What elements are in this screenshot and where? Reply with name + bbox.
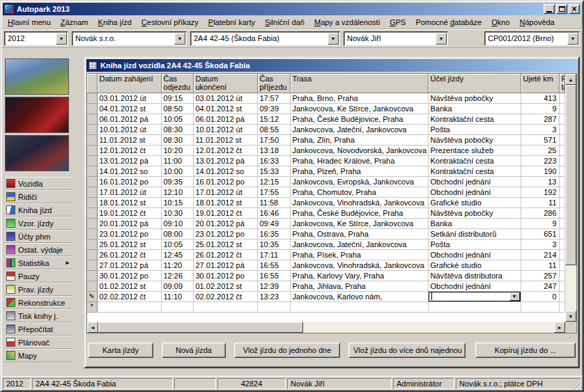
sidebar-item-planovac[interactable]: Plánovač [5,336,72,349]
dropdown-arrow-icon[interactable]: ▼ [436,33,447,45]
column-header[interactable]: Datum zahájení [97,74,161,93]
table-row[interactable]: 26.01.2012 čt12:4526.01.2012 čt17:11Prah… [87,249,565,260]
status-panel: Novák s.r.o.; plátce DPH [456,378,581,389]
button-vloz-jizdu-do-jednoho-dne[interactable]: Vlož jízdu do jednoho dne [234,343,340,358]
sidebar-item-mapy[interactable]: Mapy [5,349,72,362]
table-row[interactable]: 16.01.2012 po09:3516.01.2012 po12:15Jank… [87,176,565,187]
sidebar-item-pauzy[interactable]: Pauzy [5,269,72,283]
table-row[interactable]: 18.01.2012 st10:1518.01.2012 st11:58Jank… [87,197,565,207]
column-header[interactable]: Po tac [559,74,565,93]
menu-item-platebni-karty[interactable]: Platební karty [203,16,260,29]
table-row[interactable]: 04.01.2012 st08:5004.01.2012 st09:39Jank… [87,103,565,113]
table-row[interactable]: 17.01.2012 út12:1017.01.2012 út17:55Prah… [87,187,565,197]
dropdown-arrow-icon[interactable]: ▼ [56,33,67,45]
column-header[interactable]: Datum ukončení [193,74,257,93]
dropdown-arrow-icon[interactable]: ▼ [174,33,185,45]
rebuild-icon [6,298,15,307]
window-controls: × [542,4,580,14]
table-row[interactable]: 13.01.2012 pá11:0013.01.2012 pá16:33Prah… [87,155,565,166]
vertical-scroll-thumb[interactable] [565,85,576,265]
dropdown-arrow-icon[interactable]: ▼ [567,33,578,45]
sidebar-item-label: Statistika [18,259,62,267]
sidebar-item-prepocitat[interactable]: Přepočítat [5,322,72,336]
trip-log-title-bar[interactable]: Kniha jízd vozidla 2A4 42-45 Škoda Fabia [86,59,577,72]
sidebar-item-ucty-phm[interactable]: Účty phm [5,230,72,243]
table-row[interactable]: 10.01.2012 út08:3010.01.2012 út08:55Jank… [87,124,565,134]
sidebar-item-kniha-jizd[interactable]: Kniha jízd [5,203,72,217]
maximize-button[interactable] [556,4,567,14]
menu-item-napoveda[interactable]: Nápověda [515,16,560,29]
table-row[interactable]: * [87,301,565,312]
menu-item-pomocne-databaze[interactable]: Pomocné databáze [410,16,486,29]
button-vloz-jizdu-do-vice-dnu-najednou[interactable]: Vlož jízdu do více dnů najednou [348,343,466,358]
column-header[interactable]: Čas odjezdu [161,74,193,93]
dropdown-arrow-icon[interactable]: ▼ [509,292,520,301]
button-karta-jizdy[interactable]: Karta jízdy [88,343,153,358]
sidebar-item-statistika[interactable]: Statistika► [5,256,72,269]
sidebar-item-vzor-jizdy[interactable]: Vzor. jízdy [5,217,72,230]
sidebar-item-ostat-vydaje[interactable]: Ostat. výdaje [5,243,72,256]
table-row[interactable]: 01.02.2012 st09:0901.02.2012 st12:39Prah… [87,281,565,291]
table-row[interactable]: 12.01.2012 čt10:2012.01.2012 čt13:18Jank… [87,145,565,155]
horizontal-scroll-track[interactable] [98,322,554,333]
minimize-button[interactable] [544,4,555,14]
table-row[interactable]: 30.01.2012 po12:2630.01.2012 po16:55Prah… [87,270,565,281]
row-indicator: * [87,301,97,312]
sidebar-item-ridici[interactable]: Řidiči [5,190,72,203]
close-icon: × [571,5,576,13]
table-row[interactable]: 20.01.2012 pá09:1020.01.2012 pá09:49Jank… [87,218,565,228]
menu-item-zaznam[interactable]: Záznam [56,16,93,29]
scroll-left-icon[interactable]: ◄ [87,322,98,333]
column-header[interactable]: Čas příjezdu [257,74,290,93]
sidebar-item-prav-jizdy[interactable]: Prav. jízdy [5,283,72,296]
vertical-scrollbar[interactable]: ▲ ▼ [565,74,576,322]
row-indicator [87,145,97,155]
vertical-scroll-track[interactable] [565,85,576,311]
chart-icon [6,258,15,267]
table-row[interactable]: 19.01.2012 čt10:3019.01.2012 čt16:46Prah… [87,207,565,218]
scroll-right-icon[interactable]: ► [554,322,565,333]
column-header[interactable]: Trasa [290,74,428,93]
toolbar-combo-vehicle[interactable]: 2A4 42-45 (Škoda Fabia)▼ [190,31,340,46]
menu-item-kniha-jizd[interactable]: Kniha jízd [93,16,137,29]
table-row[interactable]: 14.01.2012 so10:0014.01.2012 so15:33Prah… [87,166,565,176]
sidebar-item-label: Kniha jízd [18,206,70,214]
menu-item-gps[interactable]: GPS [385,16,410,29]
toolbar-combo-driver[interactable]: Novák Jiří▼ [344,31,448,46]
table-row[interactable]: 11.01.2012 st08:3011.01.2012 st17:50Prah… [87,134,565,145]
menu-item-cestovni-prikazy[interactable]: Cestovní příkazy [137,16,203,29]
sidebar-item-rekonstrukce[interactable]: Rekonstrukce [5,296,72,309]
combo-value: 2012 [8,34,56,42]
menu-item-silnicni-dan[interactable]: Silniční daň [260,16,309,29]
column-header[interactable] [87,74,97,93]
menu-item-okno[interactable]: Okno [486,16,514,29]
toolbar-combo-year[interactable]: 2012▼ [4,31,68,46]
sidebar-item-vozidla[interactable]: Vozidla [5,177,72,190]
table-row[interactable]: 03.01.2012 út09:1503.01.2012 út17:57Prah… [87,93,565,103]
toolbar-combo-company[interactable]: Novák s.r.o.▼ [72,31,187,46]
button-kopiruj-jizdu-do[interactable]: Kopíruj jízdu do ... [475,343,576,358]
trip-grid[interactable]: Datum zahájeníČas odjezduDatum ukončeníČ… [87,74,565,322]
button-nova-jizda[interactable]: Nová jízda [162,343,226,358]
table-row[interactable]: ✎02.02.2012 čt11:1002.02.2012 čt13:23Jan… [87,291,565,301]
title-bar[interactable]: Autopark 2013 × [3,3,581,15]
close-button[interactable]: × [569,4,580,14]
column-header[interactable]: Účel jízdy [428,74,521,93]
scroll-down-icon[interactable]: ▼ [565,311,576,322]
horizontal-scroll-thumb[interactable] [98,322,303,333]
horizontal-scrollbar[interactable]: ◄ ► [87,322,565,333]
menu-item-mapy-a-vzdalenosti[interactable]: Mapy a vzdálenosti [309,16,385,29]
toolbar-combo-trip-order[interactable]: CP001/2012 (Brno)▼ [484,31,580,46]
sidebar-item-label: Vozidla [18,180,70,188]
dropdown-arrow-icon[interactable]: ▼ [328,33,339,45]
column-header[interactable]: Ujeté km [521,74,559,93]
sidebar-item-tisk-knihy-j[interactable]: Tisk knihy j. [5,309,72,322]
table-row[interactable]: 23.01.2012 po08:0023.01.2012 po16:35Prah… [87,228,565,239]
table-row[interactable]: 25.01.2012 st10:0525.01.2012 st10:35Jank… [87,239,565,249]
purpose-editor-combo[interactable]: ▼ [429,292,521,301]
status-panel: 42824 [217,378,286,389]
scroll-up-icon[interactable]: ▲ [565,74,576,85]
menu-item-hlavni-menu[interactable]: Hlavní menu [3,16,56,29]
table-row[interactable]: 27.01.2012 pá11:2027.01.2012 pá16:55Jank… [87,260,565,270]
table-row[interactable]: 06.01.2012 pá10:0506.01.2012 pá15:12Prah… [87,113,565,124]
